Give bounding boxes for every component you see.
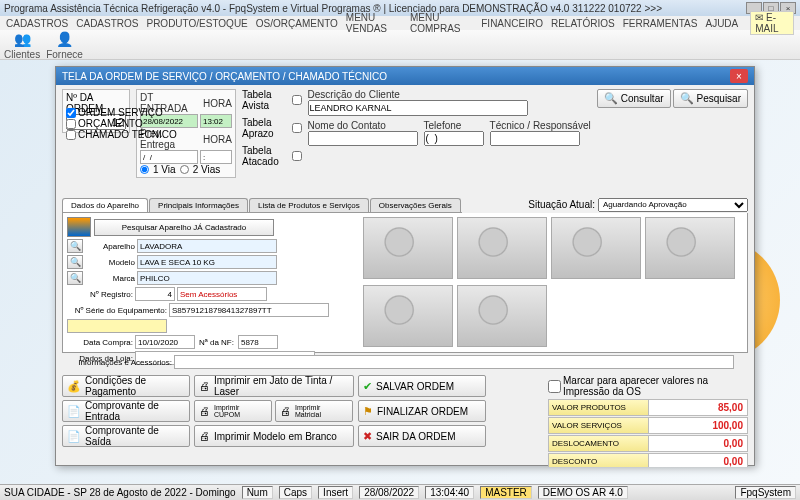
consultar-button[interactable]: 🔍Consultar: [597, 89, 671, 108]
menu-cadastros2[interactable]: CADASTROS: [76, 18, 138, 29]
window-title: TELA DA ORDEM DE SERVIÇO / ORÇAMENTO / C…: [62, 71, 387, 82]
registro-input[interactable]: [135, 287, 175, 301]
people-icon: 👥: [10, 29, 34, 49]
tb-fornece[interactable]: 👤Fornece: [46, 29, 83, 60]
menu-cadastros[interactable]: CADASTROS: [6, 18, 68, 29]
printer-icon: 🖨: [280, 405, 291, 417]
money-icon: 💰: [67, 380, 81, 393]
product-image[interactable]: [363, 217, 453, 279]
nf-input[interactable]: [238, 335, 278, 349]
printer-icon: 🖨: [199, 430, 210, 442]
tecnico-input[interactable]: [490, 131, 580, 146]
main-toolbar: 👥Clientes 👤Fornece: [0, 30, 800, 60]
comp-entrada-button[interactable]: 📄Comprovante de Entrada: [62, 400, 190, 422]
condicoes-button[interactable]: 💰Condições de Pagamento: [62, 375, 190, 397]
marca-input[interactable]: [137, 271, 277, 285]
vias-radio: 1 Via 2 Vias: [140, 164, 232, 175]
app-title: Programa Assistência Técnica Refrigeraçã…: [4, 3, 662, 14]
doc-icon: 📄: [67, 405, 81, 418]
menu-bar: CADASTROS CADASTROS PRODUTO/ESTOQUE OS/O…: [0, 16, 800, 30]
desconto: 0,00: [649, 456, 747, 467]
tab-lista[interactable]: Lista de Produtos e Serviços: [249, 198, 369, 212]
tabela-avista-check[interactable]: [292, 95, 302, 105]
menu-ferramentas[interactable]: FERRAMENTAS: [623, 18, 698, 29]
image-grid: [363, 217, 743, 348]
menu-relatorios[interactable]: RELATÓRIOS: [551, 18, 615, 29]
topbuttons: 🔍Consultar 🔍Pesquisar: [597, 89, 748, 108]
marker-check[interactable]: [548, 380, 561, 393]
menu-vendas[interactable]: MENU VENDAS: [346, 12, 402, 34]
status-time: 13:04:40: [425, 486, 474, 499]
print-jato-button[interactable]: 🖨Imprimir em Jato de Tinta / Laser: [194, 375, 354, 397]
menu-os[interactable]: OS/ORÇAMENTO: [256, 18, 338, 29]
tab-dados[interactable]: Dados do Aparelho: [62, 198, 148, 212]
via1-radio[interactable]: [140, 165, 149, 174]
prev-date-input[interactable]: [140, 150, 198, 164]
pesquisar-button[interactable]: 🔍Pesquisar: [673, 89, 748, 108]
tab-obs[interactable]: Observações Gerais: [370, 198, 461, 212]
type-chamado-check[interactable]: [66, 130, 76, 140]
print-matricial-button[interactable]: 🖨Imprimir Matricial: [275, 400, 353, 422]
menu-produto[interactable]: PRODUTO/ESTOQUE: [146, 18, 247, 29]
valor-produtos: 85,00: [649, 402, 747, 413]
deslocamento: 0,00: [649, 438, 747, 449]
menu-financeiro[interactable]: FINANCEIRO: [481, 18, 543, 29]
lookup-aparelho-button[interactable]: 🔍: [67, 239, 83, 253]
menu-compras[interactable]: MENU COMPRAS: [410, 12, 473, 34]
cliente-name-input[interactable]: [308, 100, 528, 116]
product-image[interactable]: [363, 285, 453, 347]
status-city: SUA CIDADE - SP 28 de Agosto de 2022 - D…: [4, 487, 236, 498]
totals-box: Marcar para aparecer valores na Impressã…: [548, 375, 748, 467]
print-branco-button[interactable]: 🖨Imprimir Modelo em Branco: [194, 425, 354, 447]
status-demo: DEMO OS AR 4.0: [538, 486, 628, 499]
type-os-check[interactable]: [66, 108, 76, 118]
modelo-input[interactable]: [137, 255, 277, 269]
prev-time-input[interactable]: [200, 150, 232, 164]
status-num: Num: [242, 486, 273, 499]
printer-icon: 🖨: [199, 405, 210, 417]
window-header[interactable]: TELA DA ORDEM DE SERVIÇO / ORÇAMENTO / C…: [56, 67, 754, 85]
entry-time-input[interactable]: [200, 114, 232, 128]
comp-saida-button[interactable]: 📄Comprovante de Saída: [62, 425, 190, 447]
product-image[interactable]: [645, 217, 735, 279]
yellow-input[interactable]: [67, 319, 167, 333]
contato-input[interactable]: [308, 131, 418, 146]
valor-servicos: 100,00: [649, 420, 747, 431]
finalizar-button[interactable]: ⚑FINALIZAR ORDEM: [358, 400, 486, 422]
lookup-modelo-button[interactable]: 🔍: [67, 255, 83, 269]
status-insert: Insert: [318, 486, 353, 499]
search-icon: 🔍: [680, 92, 694, 105]
product-image[interactable]: [457, 285, 547, 347]
sair-button[interactable]: ✖SAIR DA ORDEM: [358, 425, 486, 447]
status-date: 28/08/2022: [359, 486, 419, 499]
lookup-marca-button[interactable]: 🔍: [67, 271, 83, 285]
tb-clientes[interactable]: 👥Clientes: [4, 29, 40, 60]
tab-principais[interactable]: Principais Informações: [149, 198, 248, 212]
tabela-aprazo-check[interactable]: [292, 123, 302, 133]
situacao-select[interactable]: Aguardando Aprovação: [598, 198, 748, 212]
actions-row: 💰Condições de Pagamento 📄Comprovante de …: [62, 375, 748, 467]
person-icon: 👤: [52, 29, 76, 49]
type-orc-check[interactable]: [66, 119, 76, 129]
status-user: MASTER: [480, 486, 532, 499]
salvar-button[interactable]: ✔SALVAR ORDEM: [358, 375, 486, 397]
compra-date-input[interactable]: [135, 335, 195, 349]
search-icon: 🔍: [604, 92, 618, 105]
tabela-box: Tabela Avista Tabela Aprazo Tabela Ataca…: [242, 89, 302, 167]
desktop: TELA DA ORDEM DE SERVIÇO / ORÇAMENTO / C…: [0, 60, 800, 484]
status-sys: FpqSystem: [735, 486, 796, 499]
product-image[interactable]: [457, 217, 547, 279]
serie-input[interactable]: [169, 303, 329, 317]
aparelho-input[interactable]: [137, 239, 277, 253]
via2-radio[interactable]: [180, 165, 189, 174]
search-aparelho-button[interactable]: Pesquisar Aparelho JÁ Cadastrado: [94, 219, 274, 236]
print-cupom-button[interactable]: 🖨Imprimir CUPOM: [194, 400, 272, 422]
situacao-box: Situação Atual: Aguardando Aprovação: [528, 198, 748, 212]
window-close-button[interactable]: ×: [730, 69, 748, 83]
telefone-input[interactable]: [424, 131, 484, 146]
info-input[interactable]: [174, 355, 734, 369]
product-image[interactable]: [551, 217, 641, 279]
email-button[interactable]: ✉ E-MAIL: [750, 11, 794, 35]
tabela-atacado-check[interactable]: [292, 151, 302, 161]
menu-ajuda[interactable]: AJUDA: [705, 18, 738, 29]
